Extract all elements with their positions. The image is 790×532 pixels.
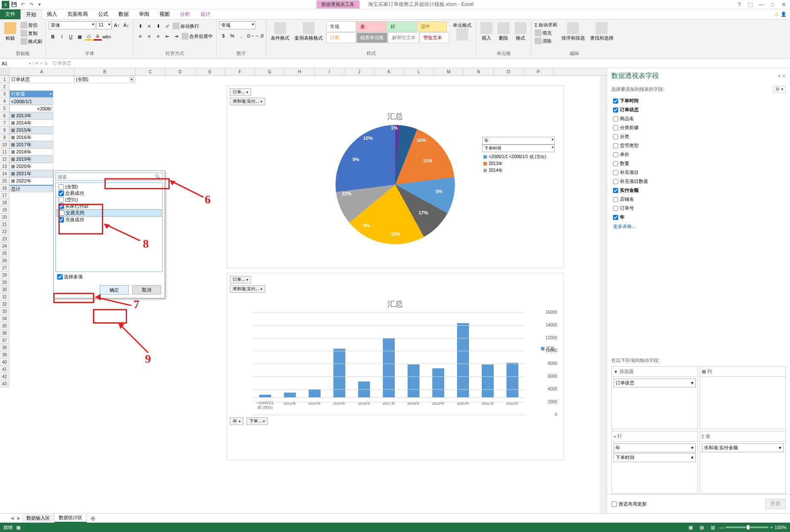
italic-icon[interactable]: I [58, 33, 66, 40]
row-header[interactable]: 40 [0, 359, 9, 366]
indent-dec-icon[interactable]: ⇤ [163, 32, 171, 40]
row-header[interactable]: 39 [0, 351, 9, 359]
col-header[interactable]: H [285, 68, 315, 75]
font-color-icon[interactable]: A [93, 33, 102, 40]
sort-filter-button[interactable]: 排序和筛选 [560, 21, 587, 42]
field-item[interactable]: 数量 [611, 159, 786, 168]
pivot-row-header[interactable]: 行标签▾ [9, 90, 53, 98]
filter-item[interactable]: 买家已付款 [57, 203, 162, 209]
row-area-item[interactable]: 下单时间▾ [613, 453, 696, 462]
security-warning-icon[interactable]: ⚠ [775, 12, 779, 17]
cell-format-dropdown[interactable]: 单元格式 [451, 21, 473, 42]
indent-inc-icon[interactable]: ⇥ [172, 32, 180, 40]
align-left-icon[interactable]: ≡ [136, 32, 145, 40]
field-item[interactable]: 实付金额 [611, 186, 786, 195]
row-header[interactable]: 43 [0, 380, 9, 387]
filter-item[interactable]: 交易成功 [57, 190, 162, 197]
col-header[interactable]: E [195, 68, 225, 75]
tab-home[interactable]: 开始 [20, 9, 42, 20]
col-header[interactable]: M [434, 68, 464, 75]
font-size-combo[interactable]: 11 [96, 21, 112, 29]
row-header[interactable]: 30 [0, 286, 9, 293]
filter-item[interactable]: 交易关闭 [57, 209, 162, 217]
currency-icon[interactable]: $ [219, 32, 228, 40]
col-header[interactable]: A [9, 68, 74, 75]
value-area[interactable]: Σ值 求和项:实付金额▾ [700, 431, 786, 494]
align-mid-icon[interactable]: ≡ [145, 22, 153, 30]
page-layout-icon[interactable]: ▤ [697, 523, 706, 532]
vertical-scrollbar[interactable] [600, 76, 607, 513]
formula-input[interactable]: 订单状态 [50, 60, 790, 66]
row-header[interactable]: 9 [0, 134, 9, 141]
align-right-icon[interactable]: ≡ [154, 32, 162, 40]
enter-formula-icon[interactable]: ✓ [40, 61, 43, 66]
pivot-row-item[interactable]: <2006/1/1 [9, 98, 53, 105]
row-header[interactable]: 14 [0, 170, 9, 177]
pivot-row-item[interactable]: ⊞ 2016年 [9, 134, 53, 141]
style-normal[interactable]: 常规 [326, 21, 356, 32]
pivot-row-item[interactable]: ⊞ 2017年 [9, 141, 53, 148]
row-header[interactable]: 33 [0, 308, 9, 315]
row-header[interactable]: 22 [0, 228, 9, 235]
row-header[interactable]: 15 [0, 177, 9, 185]
filter-item-all[interactable]: (全部) [57, 184, 162, 190]
pivot-row-item[interactable]: ⊞ 2021年 [9, 170, 53, 177]
update-button[interactable]: 更新 [765, 499, 786, 509]
align-top-icon[interactable]: ⬆ [136, 22, 145, 30]
dec-decimal-icon[interactable]: ←.0 [255, 32, 263, 40]
col-header[interactable]: F [225, 68, 255, 75]
grow-font-icon[interactable]: A↑ [113, 21, 121, 29]
style-check[interactable]: 检查单元格 [356, 32, 388, 43]
tab-view[interactable]: 视图 [154, 9, 175, 19]
pivot-row-item[interactable]: <2006/ [9, 105, 53, 112]
row-header[interactable]: 28 [0, 272, 9, 279]
row-header[interactable]: 19 [0, 206, 9, 214]
pivot-filter-value[interactable]: (全部)▾ [74, 76, 136, 83]
row-header[interactable]: 42 [0, 373, 9, 380]
field-item[interactable]: 年 [611, 213, 786, 222]
col-header[interactable]: J [344, 68, 374, 75]
zoom-level[interactable]: 100% [775, 525, 787, 530]
row-header[interactable]: 21 [0, 221, 9, 228]
pie-time-filter[interactable]: 下单时间 [482, 145, 555, 152]
undo-icon[interactable]: ↶ [19, 1, 26, 9]
tab-formula[interactable]: 公式 [93, 9, 113, 19]
row-header[interactable]: 34 [0, 315, 9, 322]
filter-cancel-button[interactable]: 取消 [132, 285, 161, 295]
format-cells-button[interactable]: 格式 [513, 21, 528, 42]
row-header[interactable]: 27 [0, 264, 9, 272]
phonetic-icon[interactable]: wén [102, 33, 111, 40]
tab-analyze[interactable]: 分析 [175, 9, 195, 19]
row-area[interactable]: ≡行 年▾ 下单时间▾ [611, 431, 698, 494]
style-bad[interactable]: 差 [356, 21, 386, 32]
style-explain[interactable]: 解释性文本 [388, 32, 419, 43]
fx-icon[interactable]: fx [44, 61, 48, 66]
filter-area-item[interactable]: 订单状态▾ [613, 379, 696, 387]
defer-update-checkbox[interactable]: 推迟布局更新 [611, 501, 647, 507]
row-header[interactable]: 35 [0, 322, 9, 330]
row-header[interactable]: 17 [0, 192, 9, 199]
col-header[interactable]: L [404, 68, 434, 75]
sheet-tab-input[interactable]: 数据输入区 [22, 514, 55, 522]
cancel-formula-icon[interactable]: ✕ [35, 61, 39, 66]
bold-icon[interactable]: B [49, 33, 57, 40]
account-icon[interactable]: 👤 [781, 12, 787, 17]
comma-icon[interactable]: , [237, 32, 246, 40]
bar-btn-time[interactable]: 下单... [246, 417, 268, 425]
row-header[interactable]: 7 [0, 119, 9, 127]
col-header[interactable]: K [374, 68, 404, 75]
col-header[interactable]: O [494, 68, 524, 75]
find-select-button[interactable]: 查找和选择 [588, 21, 615, 42]
style-good[interactable]: 好 [387, 21, 417, 32]
page-break-icon[interactable]: ▥ [708, 523, 718, 532]
field-item[interactable]: 补充项目数值 [611, 177, 786, 186]
row-header[interactable]: 41 [0, 366, 9, 373]
row-header[interactable]: 3 [0, 90, 9, 98]
name-box[interactable]: A1 [0, 61, 33, 66]
row-header[interactable]: 10 [0, 141, 9, 148]
clear-button[interactable]: 清除 [534, 37, 558, 45]
tab-insert[interactable]: 插入 [42, 9, 62, 19]
col-header[interactable]: G [255, 68, 285, 75]
minimize-icon[interactable]: — [757, 1, 766, 9]
row-header[interactable]: 4 [0, 98, 9, 105]
